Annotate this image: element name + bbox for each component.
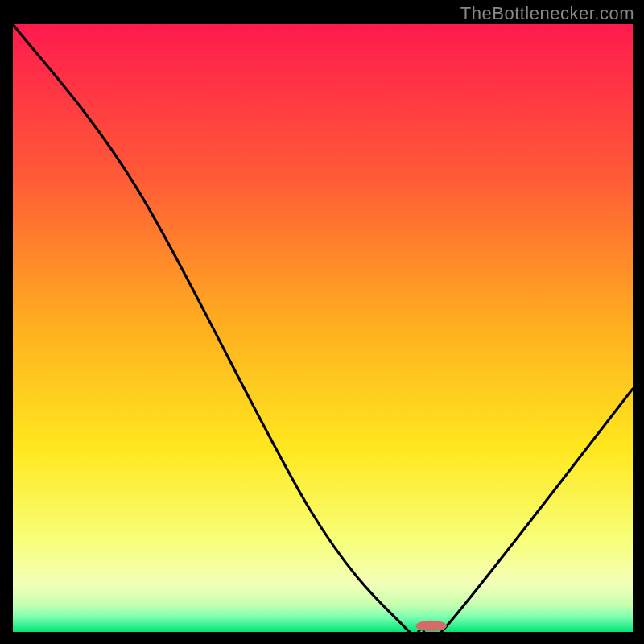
chart-container [13, 24, 633, 632]
bottleneck-chart [13, 24, 633, 632]
watermark-text: TheBottlenecker.com [460, 3, 634, 24]
chart-background [13, 24, 633, 632]
optimal-marker [416, 621, 448, 632]
